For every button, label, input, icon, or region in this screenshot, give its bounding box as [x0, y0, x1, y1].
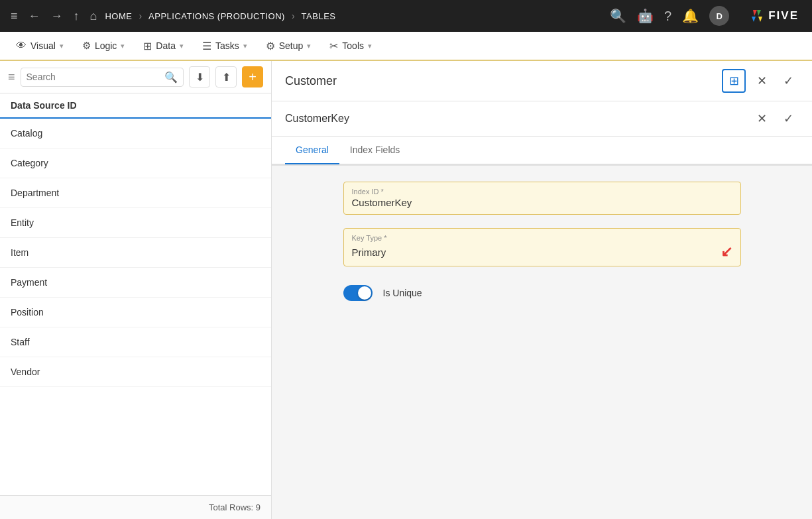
tables-label[interactable]: TABLES [302, 11, 336, 21]
customer-title: Customer [285, 74, 722, 88]
svg-marker-0 [753, 10, 757, 16]
breadcrumb: HOME › APPLICATIONS (PRODUCTION) › TABLE… [105, 11, 605, 21]
tools-label: Tools [342, 40, 364, 51]
subpanel-header: CustomerKey ✕ ✓ [272, 101, 812, 137]
menu-item-setup[interactable]: ⚙ Setup ▾ [258, 36, 319, 56]
grid-view-btn[interactable]: ⊞ [722, 69, 746, 93]
list-item[interactable]: Catalog [0, 119, 271, 148]
five-text: FIVE [768, 9, 799, 23]
is-unique-toggle[interactable] [343, 285, 373, 301]
logic-icon: ⚙ [82, 40, 91, 52]
data-label: Data [156, 40, 176, 51]
form-area: Index ID * Key Type * Primary ↙ [272, 166, 812, 519]
tasks-label: Tasks [215, 40, 239, 51]
toggle-knob [358, 286, 371, 300]
menu-bar: 👁 Visual ▾ ⚙ Logic ▾ ⊞ Data ▾ ☰ Tasks ▾ … [0, 32, 812, 61]
tasks-icon: ☰ [202, 40, 211, 52]
plus-icon: + [249, 70, 257, 85]
top-nav: ≡ ← → ↑ ⌂ HOME › APPLICATIONS (PRODUCTIO… [0, 0, 812, 32]
list-item[interactable]: Payment [0, 268, 271, 298]
five-logo-icon [748, 9, 766, 23]
tab-general[interactable]: General [285, 137, 339, 164]
search-nav-icon[interactable]: 🔍 [610, 8, 626, 24]
key-type-arrow-icon: ↙ [721, 243, 732, 260]
key-type-value: Primary [352, 247, 715, 258]
key-type-field: Key Type * Primary ↙ [343, 228, 741, 266]
sidebar: ≡ 🔍 ⬇ ⬆ + Data Source ID Catalog Categor… [0, 61, 272, 519]
menu-item-logic[interactable]: ⚙ Logic ▾ [74, 36, 133, 56]
logic-label: Logic [95, 40, 117, 51]
menu-item-tasks[interactable]: ☰ Tasks ▾ [194, 36, 255, 56]
tools-icon: ✂ [329, 40, 338, 52]
menu-item-tools[interactable]: ✂ Tools ▾ [321, 36, 380, 56]
upload-icon: ⬆ [222, 71, 231, 84]
list-item[interactable]: Staff [0, 327, 271, 357]
download-btn[interactable]: ⬇ [189, 66, 210, 87]
list-item[interactable]: Item [0, 238, 271, 268]
list-item[interactable]: Position [0, 298, 271, 327]
list-item[interactable]: Category [0, 148, 271, 178]
customer-header: Customer ⊞ ✕ ✓ [272, 61, 812, 101]
help-icon[interactable]: ? [664, 9, 671, 24]
close-icon: ✕ [757, 74, 767, 88]
search-box: 🔍 [21, 68, 184, 87]
setup-icon: ⚙ [266, 40, 275, 52]
upload-btn[interactable]: ⬆ [215, 66, 237, 87]
svg-marker-2 [752, 17, 756, 22]
subpanel-check-btn[interactable]: ✓ [778, 108, 799, 129]
robot-icon[interactable]: 🤖 [637, 8, 654, 24]
right-panel: Customer ⊞ ✕ ✓ CustomerKey [272, 61, 812, 519]
list-item[interactable]: Vendor [0, 357, 271, 387]
home-label[interactable]: HOME [105, 11, 132, 21]
svg-marker-3 [758, 17, 762, 22]
tools-arrow: ▾ [368, 42, 372, 50]
visual-arrow: ▾ [60, 42, 64, 50]
notification-icon[interactable]: 🔔 [682, 8, 699, 24]
customer-close-btn[interactable]: ✕ [751, 70, 772, 91]
close-icon: ✕ [757, 111, 767, 126]
apps-label[interactable]: APPLICATIONS (PRODUCTION) [148, 11, 285, 21]
menu-item-visual[interactable]: 👁 Visual ▾ [8, 36, 72, 56]
up-icon[interactable]: ↑ [71, 7, 82, 26]
main-content: ≡ 🔍 ⬇ ⬆ + Data Source ID Catalog Categor… [0, 61, 812, 519]
sidebar-footer: Total Rows: 9 [0, 495, 271, 519]
index-id-label: Index ID * [352, 188, 732, 196]
key-type-group: Key Type * Primary ↙ [343, 228, 741, 266]
forward-icon[interactable]: → [48, 7, 66, 26]
menu-item-data[interactable]: ⊞ Data ▾ [135, 36, 192, 56]
is-unique-label: Is Unique [383, 288, 422, 298]
tasks-arrow: ▾ [243, 42, 247, 50]
visual-label: Visual [30, 40, 56, 51]
check-icon: ✓ [783, 111, 793, 126]
breadcrumb-sep2: › [292, 11, 295, 21]
filter-icon[interactable]: ≡ [8, 70, 15, 84]
home-icon[interactable]: ⌂ [87, 7, 100, 26]
key-type-label: Key Type * [352, 234, 732, 242]
customer-header-actions: ⊞ ✕ ✓ [722, 69, 799, 93]
data-arrow: ▾ [180, 42, 184, 50]
grid-icon: ⊞ [729, 74, 739, 88]
avatar[interactable]: D [709, 6, 729, 26]
add-button[interactable]: + [242, 66, 263, 87]
key-type-value-row: Primary ↙ [352, 243, 732, 260]
is-unique-row: Is Unique [343, 280, 741, 306]
search-icon: 🔍 [164, 71, 178, 84]
sidebar-toolbar: ≡ 🔍 ⬇ ⬆ + [0, 61, 271, 93]
index-id-input[interactable] [352, 197, 732, 208]
menu-icon[interactable]: ≡ [8, 7, 21, 26]
tabs: General Index Fields [272, 137, 812, 164]
back-icon[interactable]: ← [26, 7, 43, 26]
tab-index-fields[interactable]: Index Fields [339, 137, 410, 164]
list-item[interactable]: Entity [0, 208, 271, 238]
list-item[interactable]: Department [0, 178, 271, 208]
customer-check-btn[interactable]: ✓ [778, 70, 799, 91]
index-id-field: Index ID * [343, 182, 741, 215]
index-id-group: Index ID * [343, 182, 741, 215]
subpanel-close-btn[interactable]: ✕ [751, 108, 772, 129]
subpanel-header-actions: ✕ ✓ [751, 108, 799, 129]
visual-icon: 👁 [16, 40, 27, 52]
data-icon: ⊞ [143, 40, 152, 52]
search-input[interactable] [27, 72, 164, 82]
setup-arrow: ▾ [307, 42, 311, 50]
nav-right: 🔍 🤖 ? 🔔 D FIVE [610, 6, 804, 26]
